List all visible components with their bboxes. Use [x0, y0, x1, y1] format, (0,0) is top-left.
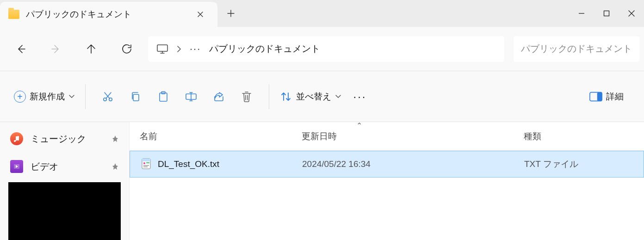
close-window-button[interactable] [619, 4, 644, 23]
refresh-button[interactable] [110, 36, 142, 62]
cut-button[interactable] [96, 85, 120, 109]
maximize-button[interactable] [594, 4, 619, 23]
svg-rect-9 [597, 92, 602, 101]
column-header-row: 名前 更新日時 種類 [130, 122, 644, 151]
plus-icon [227, 9, 235, 18]
svg-rect-4 [133, 94, 139, 101]
address-bar-row: ··· パブリックのドキュメント パブリックのドキュメント [0, 27, 644, 71]
copy-icon [129, 90, 142, 103]
details-view-button[interactable]: 詳細 [583, 85, 630, 109]
svg-rect-1 [157, 45, 167, 51]
column-header-name[interactable]: 名前 [130, 122, 291, 150]
plus-circle-icon: + [14, 91, 26, 103]
collapse-caret-icon[interactable]: ⌃ [356, 121, 362, 130]
column-header-type[interactable]: 種類 [514, 122, 644, 150]
paste-button[interactable] [151, 85, 175, 109]
sidebar-item-video[interactable]: ビデオ [0, 153, 129, 180]
folder-icon [8, 10, 19, 19]
this-pc-icon [156, 44, 168, 54]
file-type: TXT ファイル [524, 158, 578, 170]
window-controls [569, 0, 644, 27]
minimize-icon [578, 10, 585, 17]
details-pane-icon [589, 90, 602, 103]
details-label: 詳細 [606, 91, 624, 103]
pin-icon [111, 135, 119, 142]
title-bar: パブリックのドキュメント [0, 0, 644, 27]
file-list-pane: ⌃ 名前 更新日時 種類 DL_Test_OK.txt 2024/05/22 1… [130, 122, 644, 240]
maximize-icon [603, 10, 610, 17]
new-label: 新規作成 [30, 91, 65, 103]
column-type-label: 種類 [524, 130, 541, 142]
svg-rect-15 [143, 165, 149, 166]
share-icon [212, 90, 225, 103]
minimize-button[interactable] [569, 4, 594, 23]
svg-point-13 [143, 162, 145, 164]
trash-icon [240, 90, 253, 103]
file-name: DL_Test_OK.txt [158, 159, 219, 169]
close-icon [627, 9, 636, 18]
breadcrumb-bar[interactable]: ··· パブリックのドキュメント [148, 36, 504, 62]
column-name-label: 名前 [140, 130, 157, 142]
navigation-sidebar: ミュージック ビデオ [0, 122, 130, 240]
file-date: 2024/05/22 16:34 [302, 159, 371, 169]
chevron-down-icon [335, 93, 341, 100]
new-tab-button[interactable] [217, 0, 244, 27]
svg-rect-16 [143, 166, 148, 167]
column-header-date[interactable]: 更新日時 [291, 122, 514, 150]
share-button[interactable] [207, 85, 231, 109]
chevron-right-icon [177, 45, 181, 53]
text-file-icon [140, 158, 153, 171]
sort-label: 並べ替え [296, 91, 331, 103]
up-button[interactable] [75, 36, 107, 62]
svg-rect-12 [142, 159, 150, 161]
explorer-body: ミュージック ビデオ ⌃ 名前 更新日時 種類 [0, 122, 644, 240]
column-date-label: 更新日時 [302, 130, 337, 142]
arrow-left-icon [15, 43, 27, 55]
tab-close-button[interactable] [192, 6, 208, 22]
svg-rect-14 [146, 162, 149, 163]
sidebar-dark-block [8, 182, 121, 240]
more-button[interactable]: ··· [348, 85, 372, 109]
forward-button[interactable] [40, 36, 72, 62]
arrow-right-icon [50, 43, 62, 55]
chevron-down-icon [68, 93, 75, 100]
pin-icon [111, 163, 119, 170]
svg-rect-0 [604, 11, 609, 16]
rename-icon [185, 90, 198, 103]
search-placeholder: パブリックのドキュメント [521, 43, 632, 55]
back-button[interactable] [5, 36, 37, 62]
command-bar: + 新規作成 [0, 71, 644, 122]
copy-button[interactable] [124, 85, 148, 109]
music-icon [10, 132, 23, 145]
sidebar-item-label: ビデオ [31, 160, 58, 173]
sidebar-item-label: ミュージック [31, 133, 86, 145]
sidebar-item-music[interactable]: ミュージック [0, 125, 129, 153]
active-tab[interactable]: パブリックのドキュメント [0, 2, 217, 27]
breadcrumb-current[interactable]: パブリックのドキュメント [209, 43, 320, 55]
refresh-icon [121, 43, 132, 55]
file-row[interactable]: DL_Test_OK.txt 2024/05/22 16:34 TXT ファイル [130, 151, 644, 178]
scissors-icon [101, 90, 114, 103]
breadcrumb-overflow[interactable]: ··· [190, 43, 201, 55]
delete-button[interactable] [235, 85, 259, 109]
video-icon [10, 160, 23, 173]
rename-button[interactable] [179, 85, 203, 109]
ellipsis-icon: ··· [353, 90, 366, 103]
arrow-up-icon [85, 43, 97, 55]
sort-button[interactable]: 並べ替え [273, 85, 348, 109]
close-icon [197, 11, 204, 18]
search-input[interactable]: パブリックのドキュメント [514, 36, 639, 62]
paste-icon [157, 90, 170, 103]
new-button[interactable]: + 新規作成 [7, 85, 81, 109]
tab-title: パブリックのドキュメント [26, 8, 186, 20]
sort-icon [279, 90, 292, 103]
